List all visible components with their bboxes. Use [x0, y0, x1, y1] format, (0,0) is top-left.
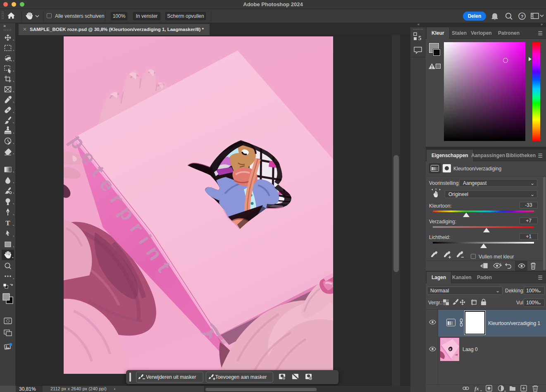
svg-text:fx: fx — [474, 385, 479, 392]
svg-text:5: 5 — [418, 35, 422, 41]
svg-text:?: ? — [521, 14, 524, 19]
svg-text:T: T — [5, 219, 10, 227]
svg-text:»: » — [3, 23, 6, 28]
